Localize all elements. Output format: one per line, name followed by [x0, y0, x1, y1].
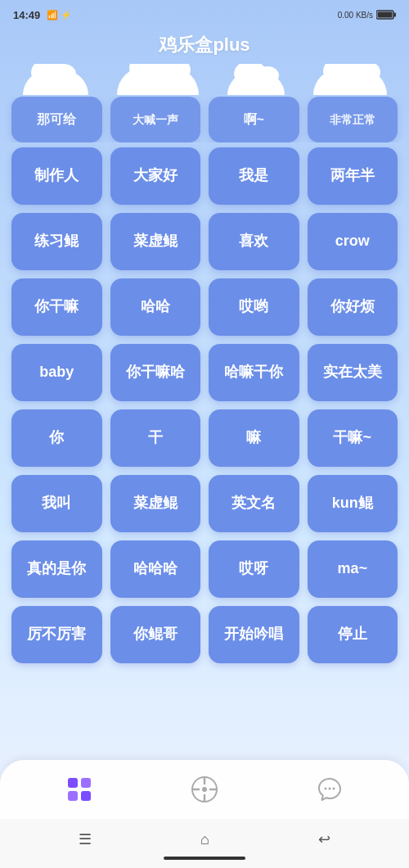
svg-point-14 — [329, 788, 331, 790]
grid-button-btn10[interactable]: 哈哈 — [110, 278, 201, 336]
svg-rect-6 — [81, 791, 91, 801]
grid-button-top4[interactable]: 非常正常 — [308, 97, 398, 142]
button-grid-scroll[interactable]: 制作人大家好我是两年半练习鲲菜虚鲲喜欢crow你干嘛哈哈哎哟你好烦baby你干嘛… — [0, 142, 409, 814]
grid-button-btn2[interactable]: 大家好 — [110, 147, 201, 205]
status-right: 0.00 KB/s — [338, 10, 396, 20]
grid-button-btn13[interactable]: baby — [11, 344, 102, 401]
grid-button-btn3[interactable]: 我是 — [209, 147, 299, 205]
grid-button-btn9[interactable]: 你干嘛 — [11, 278, 102, 336]
svg-rect-3 — [68, 778, 78, 788]
time-display: 14:49 — [13, 9, 40, 21]
svg-rect-1 — [394, 13, 397, 17]
nav-item-compass[interactable] — [173, 768, 236, 811]
partial-top-row: 那可给 大喊一声 啊~ 非常正常 — [0, 97, 409, 142]
svg-point-15 — [333, 788, 335, 790]
home-button[interactable]: ⌂ — [191, 826, 219, 853]
chat-icon — [315, 775, 344, 804]
status-icons: 📶 ⚡ — [47, 10, 72, 20]
svg-rect-4 — [81, 778, 91, 788]
grid-button-btn17[interactable]: 你 — [11, 409, 102, 467]
grid-button-btn4[interactable]: 两年半 — [308, 147, 398, 205]
bottom-nav — [0, 760, 409, 819]
grid-button-top1[interactable]: 那可给 — [11, 97, 102, 142]
grid-button-top3[interactable]: 啊~ — [209, 97, 299, 142]
app-title: 鸡乐盒plus — [0, 29, 409, 64]
grid-button-btn24[interactable]: kun鲲 — [308, 475, 398, 532]
grid-button-btn19[interactable]: 嘛 — [209, 409, 299, 467]
grid-button-btn27[interactable]: 哎呀 — [209, 540, 299, 598]
status-time: 14:49 📶 ⚡ — [13, 9, 72, 21]
grid-button-btn5[interactable]: 练习鲲 — [11, 213, 102, 270]
compass-icon — [190, 775, 219, 804]
battery-icon — [376, 10, 396, 20]
grid-button-btn20[interactable]: 干嘛~ — [308, 409, 398, 467]
grid-button-btn15[interactable]: 哈嘛干你 — [209, 344, 299, 401]
grid-button-btn12[interactable]: 你好烦 — [308, 278, 398, 336]
svg-point-13 — [325, 788, 327, 790]
grid-button-btn8[interactable]: crow — [308, 213, 398, 270]
svg-rect-5 — [68, 791, 78, 801]
button-grid: 制作人大家好我是两年半练习鲲菜虚鲲喜欢crow你干嘛哈哈哎哟你好烦baby你干嘛… — [11, 147, 398, 663]
grid-button-btn16[interactable]: 实在太美 — [308, 344, 398, 401]
grid-button-btn6[interactable]: 菜虚鲲 — [110, 213, 201, 270]
grid-button-btn18[interactable]: 干 — [110, 409, 201, 467]
grid-button-btn29[interactable]: 厉不厉害 — [11, 606, 102, 663]
grid-button-btn30[interactable]: 你鲲哥 — [110, 606, 201, 663]
grid-button-btn22[interactable]: 菜虚鲲 — [110, 475, 201, 532]
grid-button-btn26[interactable]: 哈哈哈 — [110, 540, 201, 598]
svg-rect-2 — [378, 12, 393, 18]
status-bar: 14:49 📶 ⚡ 0.00 KB/s — [0, 0, 409, 29]
svg-point-8 — [202, 787, 207, 792]
nav-item-chat[interactable] — [299, 768, 361, 811]
grid-button-btn28[interactable]: ma~ — [308, 540, 398, 598]
grid-button-btn25[interactable]: 真的是你 — [11, 540, 102, 598]
grid-button-btn7[interactable]: 喜欢 — [209, 213, 299, 270]
back-button[interactable]: ↩ — [308, 825, 340, 853]
grid-button-btn31[interactable]: 开始吟唱 — [209, 606, 299, 663]
nav-item-grid[interactable] — [48, 768, 110, 811]
grid-button-btn11[interactable]: 哎哟 — [209, 278, 299, 336]
grid-icon — [65, 775, 94, 804]
grid-button-btn32[interactable]: 停止 — [308, 606, 398, 663]
grid-button-btn21[interactable]: 我叫 — [11, 475, 102, 532]
home-indicator — [164, 857, 245, 860]
grid-button-btn14[interactable]: 你干嘛哈 — [110, 344, 201, 401]
cloud-decoration — [0, 64, 409, 95]
grid-button-btn1[interactable]: 制作人 — [11, 147, 102, 205]
home-bar: ☰ ⌂ ↩ — [0, 819, 409, 868]
network-speed: 0.00 KB/s — [338, 11, 373, 20]
grid-button-btn23[interactable]: 英文名 — [209, 475, 299, 532]
grid-button-top2[interactable]: 大喊一声 — [110, 97, 201, 142]
menu-button[interactable]: ☰ — [69, 825, 101, 853]
